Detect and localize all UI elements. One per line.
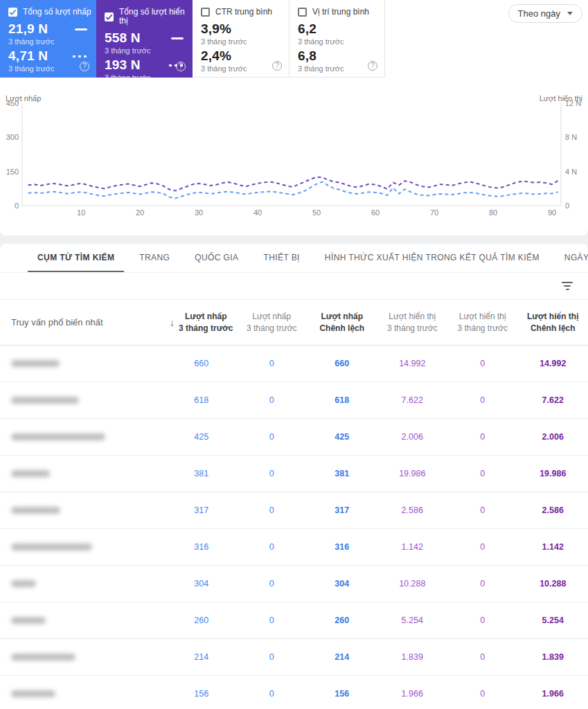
cell-impressions-difference: 2.586 bbox=[518, 505, 588, 515]
cell-clicks-previous: 0 bbox=[237, 432, 308, 442]
tab-pages[interactable]: TRANG bbox=[130, 244, 179, 272]
svg-text:50: 50 bbox=[312, 208, 321, 217]
column-header-clicks-difference[interactable]: Lượt nhấpChênh lệch bbox=[307, 311, 377, 334]
cell-clicks-difference: 618 bbox=[307, 395, 377, 405]
granularity-label: Theo ngày bbox=[518, 8, 560, 19]
tab-dates[interactable]: NGÀY bbox=[555, 244, 588, 272]
query-cell bbox=[0, 433, 166, 440]
cell-clicks-current: 156 bbox=[166, 689, 237, 699]
metric-cards: Tổng số lượt nhấp 21,9 N 3 tháng trước 4… bbox=[0, 0, 588, 78]
checkbox-unchecked-icon[interactable] bbox=[201, 8, 210, 17]
svg-text:90: 90 bbox=[548, 208, 556, 217]
dimension-tabs: CỤM TỪ TÌM KIẾM TRANG QUỐC GIA THIẾT BỊ … bbox=[0, 244, 588, 272]
table-row[interactable]: 21402141.83901.839 bbox=[0, 639, 588, 676]
tab-devices[interactable]: THIẾT BỊ bbox=[254, 244, 310, 272]
performance-panel: Tổng số lượt nhấp 21,9 N 3 tháng trước 4… bbox=[0, 0, 588, 235]
cell-impressions-difference: 1.966 bbox=[518, 689, 588, 699]
card-label: CTR trung bình bbox=[215, 8, 272, 17]
cell-impressions-current: 1.142 bbox=[377, 542, 448, 552]
redacted-query bbox=[11, 470, 50, 477]
card-total-impressions[interactable]: Tổng số lượt hiển thị 558 N 3 tháng trướ… bbox=[96, 0, 193, 78]
query-cell bbox=[0, 580, 166, 587]
cell-impressions-previous: 0 bbox=[447, 395, 518, 405]
cell-clicks-difference: 304 bbox=[307, 579, 377, 589]
svg-text:0: 0 bbox=[565, 201, 569, 210]
column-header-clicks-previous[interactable]: Lượt nhấp3 tháng trước bbox=[237, 311, 308, 334]
metric-value-current: 558 N bbox=[105, 30, 141, 46]
cell-impressions-current: 10.288 bbox=[377, 579, 448, 589]
table-row[interactable]: 61806187.62207.622 bbox=[0, 382, 588, 419]
cell-impressions-current: 7.622 bbox=[377, 395, 448, 405]
metric-period: 3 tháng trước bbox=[298, 37, 384, 46]
cell-clicks-current: 425 bbox=[166, 432, 237, 442]
help-icon[interactable]: ? bbox=[368, 61, 377, 71]
svg-text:150: 150 bbox=[6, 168, 19, 176]
metric-value-current: 6,2 bbox=[298, 21, 317, 37]
cell-clicks-previous: 0 bbox=[237, 542, 308, 552]
table-row[interactable]: 304030410.288010.288 bbox=[0, 566, 588, 602]
cell-clicks-current: 304 bbox=[166, 579, 237, 589]
tab-countries[interactable]: QUỐC GIA bbox=[185, 244, 248, 272]
granularity-dropdown[interactable]: Theo ngày bbox=[508, 4, 582, 23]
checkbox-checked-icon[interactable] bbox=[8, 8, 17, 17]
cell-impressions-previous: 0 bbox=[447, 689, 518, 699]
cell-impressions-current: 5.254 bbox=[377, 616, 448, 625]
redacted-query bbox=[11, 433, 105, 440]
svg-text:300: 300 bbox=[6, 133, 19, 141]
svg-text:8 N: 8 N bbox=[565, 133, 577, 141]
column-header-impressions-previous[interactable]: Lượt hiển thị3 tháng trước bbox=[447, 311, 518, 334]
cell-impressions-previous: 0 bbox=[447, 359, 518, 368]
query-cell bbox=[0, 654, 166, 661]
svg-text:70: 70 bbox=[430, 208, 438, 217]
metric-value-current: 3,9% bbox=[201, 21, 231, 37]
metric-period: 3 tháng trước bbox=[201, 37, 289, 46]
solid-line-legend-icon bbox=[171, 37, 184, 39]
card-average-ctr[interactable]: CTR trung bình 3,9% 3 tháng trước 2,4% 3… bbox=[193, 0, 289, 78]
help-icon[interactable]: ? bbox=[176, 62, 186, 71]
cell-clicks-difference: 156 bbox=[307, 689, 377, 699]
cell-clicks-difference: 660 bbox=[307, 359, 377, 368]
metric-period: 3 tháng trước bbox=[105, 73, 193, 82]
metric-value-previous: 2,4% bbox=[201, 48, 231, 64]
tab-queries[interactable]: CỤM TỪ TÌM KIẾM bbox=[28, 244, 124, 272]
cell-impressions-previous: 0 bbox=[447, 505, 518, 515]
table-row[interactable]: 660066014.992014.992 bbox=[0, 345, 588, 382]
table-row[interactable]: 15601561.96601.966 bbox=[0, 676, 588, 709]
cell-clicks-current: 214 bbox=[166, 652, 237, 662]
redacted-query bbox=[11, 654, 75, 661]
cell-impressions-previous: 0 bbox=[447, 652, 518, 662]
svg-text:60: 60 bbox=[371, 208, 380, 217]
column-header-impressions-current[interactable]: Lượt hiển thị3 tháng trước bbox=[377, 311, 448, 334]
table-row[interactable]: 381038119.986019.986 bbox=[0, 456, 588, 492]
card-label: Vị trí trung bình bbox=[312, 8, 369, 17]
table-row[interactable]: 42504252.00602.006 bbox=[0, 419, 588, 456]
column-header-clicks-current[interactable]: ↓ Lượt nhấp3 tháng trước bbox=[166, 311, 237, 334]
card-average-position[interactable]: Vị trí trung bình 6,2 3 tháng trước 6,8 … bbox=[289, 0, 385, 78]
svg-text:4 N: 4 N bbox=[565, 168, 577, 176]
svg-text:10: 10 bbox=[77, 208, 85, 217]
cell-clicks-current: 316 bbox=[166, 542, 237, 552]
column-header-impressions-difference[interactable]: Lượt hiển thịChênh lệch bbox=[518, 311, 588, 334]
cell-clicks-current: 260 bbox=[166, 616, 237, 625]
filter-icon[interactable] bbox=[559, 279, 576, 293]
help-icon[interactable]: ? bbox=[272, 61, 282, 71]
table-row[interactable]: 31703172.58602.586 bbox=[0, 492, 588, 529]
tab-search-appearance[interactable]: HÌNH THỨC XUẤT HIỆN TRONG KẾT QUẢ TÌM KI… bbox=[315, 244, 549, 272]
table-row[interactable]: 26002605.25405.254 bbox=[0, 602, 588, 639]
cell-clicks-difference: 317 bbox=[307, 505, 377, 515]
cell-impressions-current: 1.966 bbox=[377, 689, 448, 699]
cell-impressions-previous: 0 bbox=[447, 469, 518, 478]
redacted-query bbox=[11, 617, 46, 624]
checkbox-checked-icon[interactable] bbox=[105, 12, 114, 21]
checkbox-unchecked-icon[interactable] bbox=[298, 8, 307, 17]
help-icon[interactable]: ? bbox=[80, 62, 89, 71]
query-cell bbox=[0, 690, 166, 697]
svg-text:30: 30 bbox=[195, 208, 203, 217]
cell-clicks-current: 618 bbox=[166, 395, 237, 405]
table-row[interactable]: 31603161.14201.142 bbox=[0, 529, 588, 566]
card-total-clicks[interactable]: Tổng số lượt nhấp 21,9 N 3 tháng trước 4… bbox=[0, 0, 96, 78]
cell-impressions-current: 2.006 bbox=[377, 432, 448, 442]
cell-clicks-previous: 0 bbox=[237, 689, 308, 699]
redacted-query bbox=[11, 397, 79, 404]
cell-impressions-previous: 0 bbox=[447, 542, 518, 552]
